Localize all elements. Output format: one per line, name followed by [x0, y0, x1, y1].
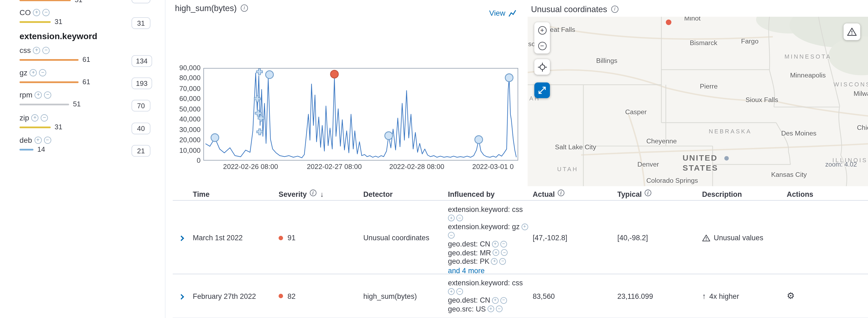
anomaly-location-dot [666, 20, 672, 25]
add-filter-icon[interactable]: + [35, 91, 42, 98]
country-label: UNITED STATES [683, 153, 718, 173]
influencer-label: deb [20, 136, 32, 144]
view-chart-link[interactable]: View [489, 9, 517, 17]
remove-filter-icon[interactable]: − [496, 306, 503, 312]
add-filter-icon[interactable]: + [488, 306, 494, 312]
chart-title: high_sum(bytes) i [175, 3, 248, 13]
remove-filter-icon[interactable]: − [499, 258, 506, 265]
influencer-entry: extension.keyword: gz+ [448, 223, 533, 231]
remove-filter-icon[interactable]: − [44, 91, 52, 98]
chart-plot-area[interactable] [204, 68, 518, 161]
y-axis-label: 20,000 [173, 136, 200, 144]
column-header-description: Description [702, 190, 787, 198]
actions-gear-icon[interactable]: ⚙ [787, 292, 795, 300]
remove-filter-icon[interactable]: − [448, 232, 455, 239]
map-city-label: Sioux Falls [745, 96, 778, 104]
column-label: Actions [787, 190, 813, 198]
influencer-label: css [20, 46, 31, 54]
zoom-in-button[interactable]: + [534, 22, 550, 38]
chevron-right-icon [179, 294, 184, 299]
influencer-score-bar [20, 21, 51, 22]
add-filter-icon[interactable]: + [34, 136, 41, 144]
info-icon[interactable]: i [309, 190, 316, 196]
zoom-out-button[interactable]: − [534, 38, 550, 54]
map-title: Unusual coordinates i [531, 5, 618, 14]
anomaly-typical: [40,-98.2] [617, 201, 702, 275]
expand-map-button[interactable] [534, 83, 550, 98]
remove-filter-icon[interactable]: − [42, 47, 50, 54]
remove-filter-icon[interactable]: − [41, 114, 48, 121]
set-view-button[interactable] [534, 59, 550, 75]
add-filter-icon[interactable]: + [33, 47, 40, 54]
table-header: Time Severity i ↓ Detector Influenced by… [173, 188, 868, 201]
add-filter-icon[interactable]: + [491, 258, 498, 265]
anomaly-description: Unusual values [702, 201, 787, 275]
map-city-label: Denver [637, 161, 659, 169]
info-icon[interactable]: i [241, 5, 248, 12]
add-filter-icon[interactable]: + [521, 224, 528, 230]
add-filter-icon[interactable]: + [492, 297, 499, 304]
column-header-actual: Actual i [533, 190, 617, 198]
y-axis-label: 30,000 [173, 126, 200, 134]
remove-filter-icon[interactable]: − [42, 9, 50, 16]
warning-icon [702, 234, 710, 241]
influencer-entry: +− [448, 214, 533, 223]
column-header-influenced-by: Influenced by [448, 190, 533, 198]
add-filter-icon[interactable]: + [448, 215, 455, 222]
remove-filter-icon[interactable]: − [456, 288, 463, 295]
column-header-severity[interactable]: Severity i ↓ [279, 190, 364, 198]
remove-filter-icon[interactable]: − [500, 241, 507, 248]
map-city-label: Minneapolis [790, 71, 826, 79]
y-axis-label: 90,000 [173, 64, 200, 72]
influencer-count-badge: 31 [131, 17, 150, 29]
remove-filter-icon[interactable]: − [501, 250, 508, 256]
influencer-value: extension.keyword: css [448, 279, 523, 288]
map-warning-button[interactable] [843, 24, 860, 40]
anomalies-table: Time Severity i ↓ Detector Influenced by… [173, 188, 868, 318]
add-filter-icon[interactable]: + [30, 69, 37, 76]
influencer-count-badge: 53 [131, 0, 150, 3]
y-axis-label: 0 [173, 156, 200, 165]
column-label: Actual [533, 190, 555, 198]
show-more-link[interactable]: and 4 more [448, 266, 485, 275]
add-filter-icon[interactable]: + [448, 288, 455, 295]
remove-filter-icon[interactable]: − [500, 297, 507, 304]
anomaly-location-dot [724, 156, 729, 161]
remove-filter-icon[interactable]: − [456, 215, 463, 222]
info-icon[interactable]: i [645, 190, 651, 196]
influencer-label: CO [20, 8, 31, 17]
view-link-label: View [489, 9, 505, 17]
severity-score: 82 [288, 292, 296, 300]
expand-row-button[interactable] [173, 292, 183, 300]
info-icon[interactable]: i [611, 6, 618, 13]
remove-filter-icon[interactable]: − [39, 69, 46, 76]
map-zoom-level: zoom: 4.02 [825, 161, 857, 168]
expand-icon [538, 86, 547, 95]
minus-icon: − [538, 41, 547, 50]
influencer-item: gz + − 61 193 [20, 68, 153, 86]
map-city-label: Casper [625, 108, 647, 116]
add-filter-icon[interactable]: + [31, 114, 39, 121]
map-city-label: Milwauke [854, 90, 868, 97]
crosshair-icon [537, 62, 547, 71]
y-axis-label: 80,000 [173, 75, 200, 82]
add-filter-icon[interactable]: + [493, 250, 499, 256]
add-filter-icon[interactable]: + [492, 241, 499, 248]
influencer-item: deb + − 14 21 [20, 136, 153, 154]
influencer-count-badge: 134 [131, 55, 152, 67]
info-icon[interactable]: i [558, 190, 564, 196]
influencer-value: geo.dest: CN [448, 240, 490, 248]
anomaly-chart [204, 68, 518, 160]
influencer-score: 14 [37, 145, 45, 153]
add-filter-icon[interactable]: + [33, 9, 40, 16]
influencer-label: gz [20, 68, 27, 77]
plus-icon: + [538, 26, 547, 34]
influencer-score: 61 [83, 56, 90, 64]
expand-row-button[interactable] [173, 233, 183, 242]
influencer-score: 51 [75, 0, 83, 4]
anomaly-actions [787, 201, 868, 275]
remove-filter-icon[interactable]: − [44, 136, 51, 144]
chevron-right-icon [179, 236, 184, 241]
column-label: Description [702, 190, 742, 198]
map-canvas[interactable]: UNITED STATES Minotreat FallssoBismarckF… [528, 17, 868, 186]
